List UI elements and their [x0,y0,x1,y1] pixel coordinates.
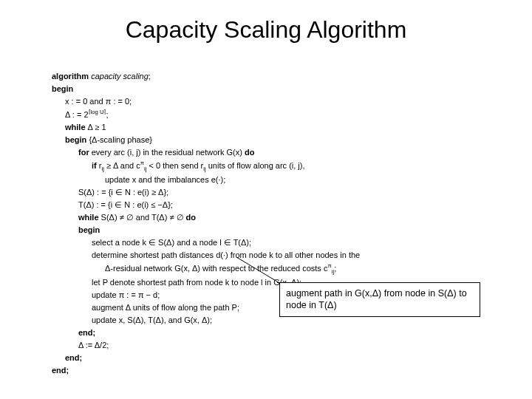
kw-while: while [78,213,101,222]
text: Δ-residual network G(x, Δ) with respect … [105,264,327,273]
text: units of flow along arc (i, j), [206,161,305,170]
kw-end: end; [52,352,360,364]
algo-line: Δ := Δ/2; [52,339,360,352]
text: ≥ Δ and c [104,161,140,170]
text: every arc (i, j) in the residual network… [92,148,245,157]
algo-line: if rij ≥ Δ and cπij < 0 then send rij un… [52,159,360,174]
algo-line: select a node k ∈ S(Δ) and a node l ∈ T(… [52,236,360,249]
text: ; [149,72,151,81]
text: ; [106,110,108,119]
text: ; [334,264,336,273]
kw-while: while [65,123,88,132]
kw-begin: begin [52,83,360,95]
text: Δ : = 2 [65,110,89,119]
text: < 0 then send r [146,161,203,170]
comment: {Δ-scaling phase} [89,135,152,144]
kw-begin: begin [65,135,89,144]
page-title: Capacity Scaling Algorithm [0,0,532,44]
algo-line: determine shortest path distances d(·) f… [52,249,360,262]
text: S(Δ) ≠ ∅ and T(Δ) ≠ ∅ [101,213,186,222]
text: Δ ≥ 1 [88,123,106,132]
algo-line: T(Δ) : = {i ∈ N : e(i) ≤ −Δ}; [52,199,360,211]
algo-line: algorithm capacity scaling; [52,70,360,83]
kw-end: end; [52,364,360,377]
algo-line: while S(Δ) ≠ ∅ and T(Δ) ≠ ∅ do [52,211,360,224]
kw-do: do [186,213,196,222]
algo-line: for every arc (i, j) in the residual net… [52,146,360,159]
kw-begin: begin [52,224,360,236]
algo-line: begin {Δ-scaling phase} [52,134,360,146]
algo-line: update x and the imbalances e(·); [52,174,360,186]
algo-line: Δ-residual network G(x, Δ) with respect … [52,262,360,276]
kw-do: do [245,148,254,157]
kw-for: for [78,148,92,157]
kw-if: if [92,161,99,170]
algorithm-block: algorithm capacity scaling; begin x : = … [52,70,360,377]
kw-algorithm: algorithm [52,72,91,81]
kw-end: end; [52,327,360,339]
algo-line: Δ : = 2⌈log U⌉; [52,108,360,121]
algo-line: while Δ ≥ 1 [52,121,360,134]
algo-line: S(Δ) : = {i ∈ N : e(i) ≥ Δ}; [52,186,360,199]
algo-name: capacity scaling [91,72,149,81]
algo-line: x : = 0 and π : = 0; [52,95,360,108]
callout-box: augment path in G(x,Δ) from node in S(Δ)… [279,282,480,317]
exponent: ⌈log U⌉ [89,109,106,115]
